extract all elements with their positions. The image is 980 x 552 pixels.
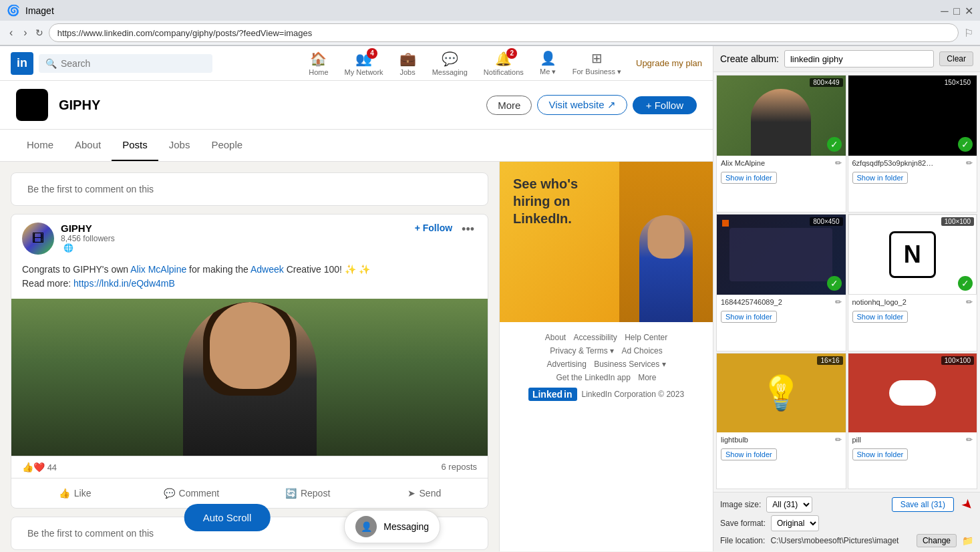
upgrade-link[interactable]: Upgrade my plan [636,58,702,68]
show-folder-btn-1[interactable]: Show in folder [721,172,777,184]
nav-me[interactable]: 👤 Me ▾ [533,47,563,79]
forward-button[interactable]: › [21,25,29,40]
linkedin-navbar: in 🔍 🏠 Home 👥4 My Network 💼 Jobs [0,46,713,81]
notion-logo: N [889,231,936,278]
footer-app[interactable]: Get the LinkedIn app [556,373,630,382]
footer-advertising[interactable]: Advertising [546,360,586,369]
tab-jobs[interactable]: Jobs [158,130,201,161]
browser-title-bar: 🌀 Imaget ─ □ ✕ [0,0,980,21]
post-follow-button[interactable]: + Follow [415,223,452,233]
edit-icon-1[interactable]: ✏ [835,158,842,168]
company-tabs: Home About Posts Jobs People [0,130,713,162]
forbusiness-icon: ⊞ [591,50,603,66]
more-button[interactable]: More [486,96,532,115]
show-folder-btn-5[interactable]: Show in folder [721,448,777,460]
thumb-info-5: lightbulb ✏ [717,432,846,447]
thumb-info-1: Alix McAlpine ✏ [717,156,846,170]
file-location-label: File location: [720,536,765,545]
thumb-footer-4: Show in folder [848,309,977,325]
send-button[interactable]: ➤ Send [366,481,482,505]
image-size-select[interactable]: All (31) [766,497,812,513]
auto-scroll-button[interactable]: Auto Scroll [184,504,271,531]
nav-home[interactable]: 🏠 Home [302,48,335,79]
post-author-age: 🌐 [61,243,408,253]
post-link[interactable]: https://lnkd.in/eQdw4mB [73,278,175,289]
comment-button[interactable]: 💬 Comment [133,481,249,505]
show-folder-btn-6[interactable]: Show in folder [852,448,909,460]
edit-icon-2[interactable]: ✏ [966,158,973,168]
clear-button[interactable]: Clear [939,51,973,66]
comment-icon: 💬 [164,488,175,499]
messaging-bar[interactable]: 👤 Messaging [344,510,440,543]
image-item-4[interactable]: N 100×100 ✓ notionhq_logo_2 ✏ Show in fo… [848,214,978,352]
footer-help[interactable]: Help Center [625,333,667,342]
thumb-img-5: 💡 [717,354,846,432]
open-folder-icon[interactable]: 📁 [962,535,973,546]
show-folder-btn-4[interactable]: Show in folder [852,311,909,323]
image-item-1[interactable]: 800×449 ✓ Alix McAlpine ✏ Show in folder [716,75,846,213]
maximize-button[interactable]: □ [952,6,961,15]
edit-icon-5[interactable]: ✏ [835,435,842,444]
refresh-button[interactable]: ↻ [35,27,43,38]
image-item-6[interactable]: 100×100 pill ✏ Show in folder [848,353,978,489]
nav-forbusiness[interactable]: ⊞ For Business ▾ [566,47,628,79]
footer-accessibility[interactable]: Accessibility [573,333,617,342]
like-button[interactable]: 👍 Like [17,481,133,505]
post-header: 🎞 GIPHY 8,456 followers 🌐 + Follow [11,215,488,263]
footer-row-2: Privacy & Terms ▾ Ad Choices [510,346,702,356]
follow-button[interactable]: + Follow [633,96,697,114]
content-area: Be the first to comment on this 🎞 GIPHY … [0,162,713,551]
show-folder-btn-3[interactable]: Show in folder [721,311,777,323]
close-button[interactable]: ✕ [964,6,973,15]
address-bar[interactable] [49,23,959,42]
image-size-label: Image size: [720,500,761,509]
edit-icon-3[interactable]: ✏ [835,297,842,307]
alix-link[interactable]: Alix McAlpine [130,264,186,275]
nav-messaging[interactable]: 💬 Messaging [426,48,474,79]
footer-business[interactable]: Business Services ▾ [594,360,665,369]
format-row: Save format: Original [720,515,973,531]
lightbulb-icon: 💡 [760,374,802,412]
footer-more[interactable]: More [638,373,656,382]
nav-notifications[interactable]: 🔔2 Notifications [477,48,530,79]
search-input[interactable] [61,58,206,69]
linkedin-brand: Linkedin LinkedIn Corporation © 2023 [510,388,702,401]
image-item-2[interactable]: 150×150 ✓ 6zfqsqdfp53o9pknjn82ml6i ✏ Sho… [848,75,978,213]
size-row: Image size: All (31) Save all (31) ➤ [720,497,973,513]
post-more-button[interactable]: ••• [459,223,477,237]
nav-jobs[interactable]: 💼 Jobs [393,48,423,79]
check-2: ✓ [958,137,973,152]
visit-website-button[interactable]: Visit website ↗ [537,95,627,115]
tab-about[interactable]: About [64,130,112,161]
change-button[interactable]: Change [917,534,957,547]
save-format-select[interactable]: Original [771,515,819,531]
footer-adchoices[interactable]: Ad Choices [621,346,662,356]
repost-button[interactable]: 🔄 Repost [250,481,366,505]
thumb-img-1 [717,76,846,156]
adweek-link[interactable]: Adweek [251,264,284,275]
edit-icon-4[interactable]: ✏ [966,297,973,307]
back-button[interactable]: ‹ [7,25,15,40]
jobs-icon: 💼 [399,51,416,67]
image-item-5[interactable]: 💡 16×16 lightbulb ✏ Show in folder [716,353,846,489]
tab-posts[interactable]: Posts [112,130,158,161]
edit-icon-6[interactable]: ✏ [966,435,973,444]
tab-home[interactable]: Home [16,130,64,161]
post-body: Congrats to GIPHY's own Alix McAlpine fo… [11,263,488,299]
search-box[interactable]: 🔍 [39,54,212,73]
thumb-img-6 [848,354,977,432]
save-all-button[interactable]: Save all (31) [892,497,954,512]
minimize-button[interactable]: ─ [940,6,949,15]
footer-about[interactable]: About [545,333,566,342]
search-icon: 🔍 [45,58,57,69]
thumb-footer-2: Show in folder [848,170,977,186]
tab-people[interactable]: People [200,130,253,161]
footer-privacy[interactable]: Privacy & Terms ▾ [550,346,614,356]
post-stats: 👍❤️ 44 6 reposts [11,456,488,478]
album-input[interactable] [784,50,934,67]
image-item-3[interactable]: 800×450 ✓ 1684425746089_2 ✏ Show in fold… [716,214,846,352]
bookmark-button[interactable]: ⚐ [964,27,973,39]
show-folder-btn-2[interactable]: Show in folder [852,172,909,184]
nav-mynetwork[interactable]: 👥4 My Network [338,48,390,79]
company-actions: More Visit website ↗ + Follow [486,95,697,115]
